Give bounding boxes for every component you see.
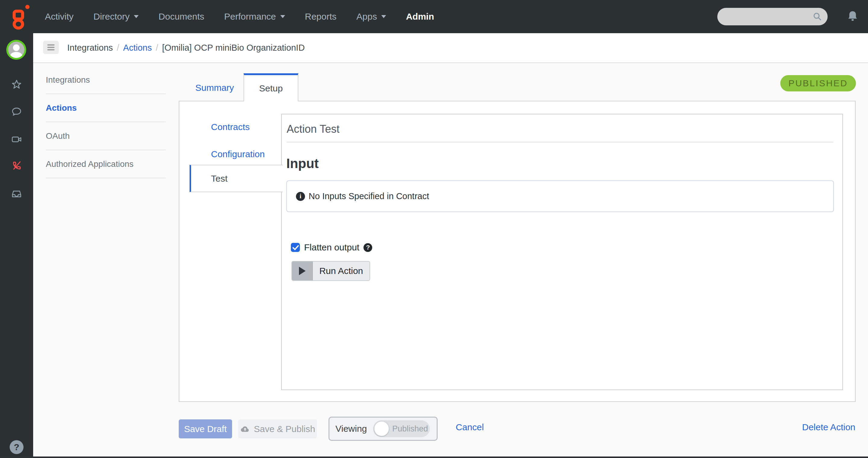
action-test-card: Action Test Input i No Inputs Specified …	[281, 114, 843, 390]
divider	[287, 142, 833, 142]
breadcrumb-current-page: [Omilia] OCP miniBio OrganizationID	[162, 43, 305, 53]
viewing-toggle-group: Viewing Published	[329, 417, 438, 441]
cancel-link[interactable]: Cancel	[456, 422, 484, 432]
menu-item-authorized-applications[interactable]: Authorized Applications	[46, 150, 166, 178]
chevron-down-icon	[381, 15, 386, 18]
menu-item-integrations[interactable]: Integrations	[46, 66, 166, 94]
global-search	[717, 8, 828, 25]
search-input[interactable]	[717, 8, 828, 25]
card-title: Action Test	[287, 123, 339, 136]
save-draft-button[interactable]: Save Draft	[179, 419, 232, 438]
search-icon	[812, 12, 822, 22]
no-inputs-notice-text: No Inputs Specified in Contract	[309, 191, 429, 201]
flatten-output-row: Flatten output ?	[291, 242, 372, 253]
integrations-side-menu: Integrations Actions OAuth Authorized Ap…	[46, 66, 166, 178]
notifications-bell-icon[interactable]	[846, 8, 860, 24]
toggle-state-label: Published	[393, 424, 428, 434]
flatten-output-checkbox[interactable]	[291, 243, 300, 252]
chevron-down-icon	[280, 15, 285, 18]
toggle-knob[interactable]	[374, 422, 389, 436]
nav-item-admin[interactable]: Admin	[396, 11, 444, 22]
play-icon	[299, 267, 306, 275]
breadcrumb: Integrations / Actions / [Omilia] OCP mi…	[67, 33, 305, 62]
favorites-star-icon[interactable]	[11, 79, 22, 90]
breadcrumb-actions-link[interactable]: Actions	[123, 43, 152, 53]
nav-item-documents[interactable]: Documents	[149, 11, 214, 22]
user-avatar[interactable]	[6, 40, 26, 60]
setup-tab-test[interactable]: Test	[190, 165, 283, 192]
menu-item-oauth[interactable]: OAuth	[46, 122, 166, 150]
nav-item-activity[interactable]: Activity	[35, 11, 84, 22]
tab-setup[interactable]: Setup	[244, 73, 299, 102]
flatten-help-icon[interactable]: ?	[364, 243, 372, 252]
phone-disabled-icon[interactable]	[11, 160, 22, 171]
window-bottom-edge	[0, 457, 868, 458]
chevron-down-icon	[134, 15, 138, 18]
genesys-logo-icon	[9, 4, 32, 30]
info-icon: i	[296, 192, 305, 201]
breadcrumb-separator: /	[117, 43, 119, 53]
top-nav-bar: Activity Directory Documents Performance…	[0, 0, 868, 33]
video-call-icon[interactable]	[11, 134, 22, 145]
flatten-output-label: Flatten output	[304, 242, 359, 253]
viewing-label: Viewing	[336, 424, 367, 434]
run-action-button[interactable]: Run Action	[291, 261, 370, 281]
help-icon[interactable]: ?	[10, 440, 24, 454]
setup-tab-configuration[interactable]: Configuration	[211, 149, 265, 159]
nav-item-performance[interactable]: Performance	[214, 11, 295, 22]
no-inputs-notice: i No Inputs Specified in Contract	[286, 180, 834, 212]
tab-summary[interactable]: Summary	[195, 83, 234, 93]
status-badge: PUBLISHED	[780, 75, 856, 91]
chat-icon[interactable]	[11, 106, 22, 117]
nav-item-directory[interactable]: Directory	[84, 11, 149, 22]
top-nav-menu: Activity Directory Documents Performance…	[35, 0, 444, 33]
setup-tab-contracts[interactable]: Contracts	[211, 122, 250, 132]
menu-toggle-button[interactable]	[43, 41, 59, 54]
nav-item-apps[interactable]: Apps	[347, 11, 396, 22]
breadcrumb-separator: /	[156, 43, 158, 53]
input-section-heading: Input	[286, 156, 319, 171]
save-publish-button[interactable]: Save & Publish	[238, 419, 317, 438]
breadcrumb-integrations: Integrations	[67, 43, 113, 53]
delete-action-link[interactable]: Delete Action	[802, 422, 855, 432]
breadcrumb-bar: Integrations / Actions / [Omilia] OCP mi…	[33, 33, 868, 63]
menu-item-actions[interactable]: Actions	[46, 94, 166, 122]
viewing-toggle[interactable]: Published	[373, 420, 430, 437]
inbox-icon[interactable]	[11, 188, 22, 199]
nav-item-reports[interactable]: Reports	[295, 11, 347, 22]
cloud-upload-icon	[240, 424, 250, 434]
left-icon-rail: ?	[0, 33, 33, 458]
